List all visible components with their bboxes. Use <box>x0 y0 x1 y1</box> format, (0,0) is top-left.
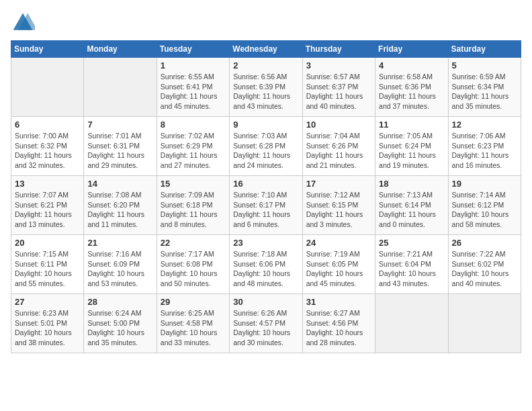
day-number: 24 <box>306 238 371 248</box>
calendar-header-thursday: Thursday <box>302 41 375 58</box>
day-info: Sunrise: 6:55 AMSunset: 6:41 PMDaylight:… <box>161 72 226 111</box>
day-info: Sunrise: 7:09 AMSunset: 6:18 PMDaylight:… <box>161 190 226 230</box>
calendar-cell: 19Sunrise: 7:14 AMSunset: 6:12 PMDayligh… <box>448 176 521 235</box>
calendar-cell: 30Sunrise: 6:26 AMSunset: 4:57 PMDayligh… <box>230 294 302 353</box>
calendar-cell: 28Sunrise: 6:24 AMSunset: 5:00 PMDayligh… <box>84 294 157 353</box>
day-number: 1 <box>161 60 226 71</box>
day-info: Sunrise: 6:26 AMSunset: 4:57 PMDaylight:… <box>233 308 298 348</box>
day-number: 2 <box>233 60 298 71</box>
calendar-header-wednesday: Wednesday <box>230 41 302 58</box>
calendar-cell: 6Sunrise: 7:00 AMSunset: 6:32 PMDaylight… <box>11 117 84 176</box>
calendar-table: SundayMondayTuesdayWednesdayThursdayFrid… <box>11 40 521 353</box>
day-info: Sunrise: 7:18 AMSunset: 6:06 PMDaylight:… <box>233 249 298 289</box>
day-number: 5 <box>452 60 517 71</box>
calendar-cell: 10Sunrise: 7:04 AMSunset: 6:26 PMDayligh… <box>302 117 375 176</box>
calendar-cell: 29Sunrise: 6:25 AMSunset: 4:58 PMDayligh… <box>157 294 229 353</box>
day-info: Sunrise: 7:08 AMSunset: 6:20 PMDaylight:… <box>87 190 152 230</box>
day-info: Sunrise: 6:25 AMSunset: 4:58 PMDaylight:… <box>161 308 226 348</box>
day-number: 14 <box>87 179 152 189</box>
day-number: 26 <box>452 238 517 248</box>
day-number: 16 <box>233 179 298 189</box>
calendar-cell: 2Sunrise: 6:56 AMSunset: 6:39 PMDaylight… <box>230 58 302 117</box>
calendar-cell: 15Sunrise: 7:09 AMSunset: 6:18 PMDayligh… <box>157 176 229 235</box>
day-number: 8 <box>161 120 226 130</box>
calendar-cell: 26Sunrise: 7:22 AMSunset: 6:02 PMDayligh… <box>448 235 521 294</box>
calendar-header-sunday: Sunday <box>11 41 84 58</box>
day-info: Sunrise: 6:56 AMSunset: 6:39 PMDaylight:… <box>233 72 298 111</box>
calendar-cell <box>84 58 157 117</box>
calendar-header-row: SundayMondayTuesdayWednesdayThursdayFrid… <box>11 41 521 58</box>
day-info: Sunrise: 6:24 AMSunset: 5:00 PMDaylight:… <box>87 308 152 348</box>
day-info: Sunrise: 7:16 AMSunset: 6:09 PMDaylight:… <box>87 249 152 289</box>
day-number: 12 <box>452 120 517 130</box>
day-number: 9 <box>233 120 298 130</box>
calendar-header-friday: Friday <box>375 41 448 58</box>
calendar-cell: 14Sunrise: 7:08 AMSunset: 6:20 PMDayligh… <box>84 176 157 235</box>
day-info: Sunrise: 6:59 AMSunset: 6:34 PMDaylight:… <box>452 72 517 111</box>
day-info: Sunrise: 6:27 AMSunset: 4:56 PMDaylight:… <box>306 308 371 348</box>
day-info: Sunrise: 7:00 AMSunset: 6:32 PMDaylight:… <box>15 131 80 171</box>
day-info: Sunrise: 7:14 AMSunset: 6:12 PMDaylight:… <box>452 190 517 230</box>
day-info: Sunrise: 7:07 AMSunset: 6:21 PMDaylight:… <box>15 190 80 230</box>
day-number: 7 <box>87 120 152 130</box>
day-info: Sunrise: 7:22 AMSunset: 6:02 PMDaylight:… <box>452 249 517 289</box>
calendar-cell: 13Sunrise: 7:07 AMSunset: 6:21 PMDayligh… <box>11 176 84 235</box>
day-info: Sunrise: 6:23 AMSunset: 5:01 PMDaylight:… <box>15 308 80 348</box>
calendar-cell: 24Sunrise: 7:19 AMSunset: 6:05 PMDayligh… <box>302 235 375 294</box>
calendar-cell <box>11 58 84 117</box>
day-number: 3 <box>306 60 371 71</box>
calendar-cell: 12Sunrise: 7:06 AMSunset: 6:23 PMDayligh… <box>448 117 521 176</box>
day-number: 29 <box>161 297 226 307</box>
calendar-week-row: 13Sunrise: 7:07 AMSunset: 6:21 PMDayligh… <box>11 176 521 235</box>
day-info: Sunrise: 7:04 AMSunset: 6:26 PMDaylight:… <box>306 131 371 171</box>
day-number: 22 <box>161 238 226 248</box>
calendar-header-monday: Monday <box>84 41 157 58</box>
calendar-cell: 5Sunrise: 6:59 AMSunset: 6:34 PMDaylight… <box>448 58 521 117</box>
calendar-cell: 27Sunrise: 6:23 AMSunset: 5:01 PMDayligh… <box>11 294 84 353</box>
day-info: Sunrise: 7:21 AMSunset: 6:04 PMDaylight:… <box>379 249 444 289</box>
calendar-cell: 3Sunrise: 6:57 AMSunset: 6:37 PMDaylight… <box>302 58 375 117</box>
calendar-cell: 11Sunrise: 7:05 AMSunset: 6:24 PMDayligh… <box>375 117 448 176</box>
calendar-week-row: 20Sunrise: 7:15 AMSunset: 6:11 PMDayligh… <box>11 235 521 294</box>
day-number: 4 <box>379 60 444 71</box>
calendar-cell: 9Sunrise: 7:03 AMSunset: 6:28 PMDaylight… <box>230 117 302 176</box>
day-number: 21 <box>87 238 152 248</box>
day-info: Sunrise: 7:19 AMSunset: 6:05 PMDaylight:… <box>306 249 371 289</box>
day-number: 25 <box>379 238 444 248</box>
page-header <box>11 11 521 35</box>
day-number: 18 <box>379 179 444 189</box>
day-info: Sunrise: 7:05 AMSunset: 6:24 PMDaylight:… <box>379 131 444 171</box>
calendar-cell: 23Sunrise: 7:18 AMSunset: 6:06 PMDayligh… <box>230 235 302 294</box>
calendar-cell: 16Sunrise: 7:10 AMSunset: 6:17 PMDayligh… <box>230 176 302 235</box>
calendar-week-row: 27Sunrise: 6:23 AMSunset: 5:01 PMDayligh… <box>11 294 521 353</box>
day-number: 20 <box>15 238 80 248</box>
calendar-week-row: 1Sunrise: 6:55 AMSunset: 6:41 PMDaylight… <box>11 58 521 117</box>
day-number: 19 <box>452 179 517 189</box>
day-info: Sunrise: 7:17 AMSunset: 6:08 PMDaylight:… <box>161 249 226 289</box>
calendar-cell: 20Sunrise: 7:15 AMSunset: 6:11 PMDayligh… <box>11 235 84 294</box>
calendar-header-tuesday: Tuesday <box>157 41 229 58</box>
day-number: 15 <box>161 179 226 189</box>
calendar-cell: 1Sunrise: 6:55 AMSunset: 6:41 PMDaylight… <box>157 58 229 117</box>
day-number: 23 <box>233 238 298 248</box>
day-number: 17 <box>306 179 371 189</box>
calendar-cell <box>448 294 521 353</box>
day-number: 30 <box>233 297 298 307</box>
day-info: Sunrise: 7:01 AMSunset: 6:31 PMDaylight:… <box>87 131 152 171</box>
day-info: Sunrise: 6:57 AMSunset: 6:37 PMDaylight:… <box>306 72 371 111</box>
calendar-header-saturday: Saturday <box>448 41 521 58</box>
day-info: Sunrise: 7:12 AMSunset: 6:15 PMDaylight:… <box>306 190 371 230</box>
calendar-cell: 31Sunrise: 6:27 AMSunset: 4:56 PMDayligh… <box>302 294 375 353</box>
day-number: 10 <box>306 120 371 130</box>
logo <box>11 11 38 35</box>
calendar-cell: 22Sunrise: 7:17 AMSunset: 6:08 PMDayligh… <box>157 235 229 294</box>
day-number: 6 <box>15 120 80 130</box>
calendar-week-row: 6Sunrise: 7:00 AMSunset: 6:32 PMDaylight… <box>11 117 521 176</box>
day-info: Sunrise: 7:10 AMSunset: 6:17 PMDaylight:… <box>233 190 298 230</box>
day-number: 11 <box>379 120 444 130</box>
day-info: Sunrise: 6:58 AMSunset: 6:36 PMDaylight:… <box>379 72 444 111</box>
day-info: Sunrise: 7:13 AMSunset: 6:14 PMDaylight:… <box>379 190 444 230</box>
day-info: Sunrise: 7:02 AMSunset: 6:29 PMDaylight:… <box>161 131 226 171</box>
calendar-cell: 25Sunrise: 7:21 AMSunset: 6:04 PMDayligh… <box>375 235 448 294</box>
day-number: 28 <box>87 297 152 307</box>
